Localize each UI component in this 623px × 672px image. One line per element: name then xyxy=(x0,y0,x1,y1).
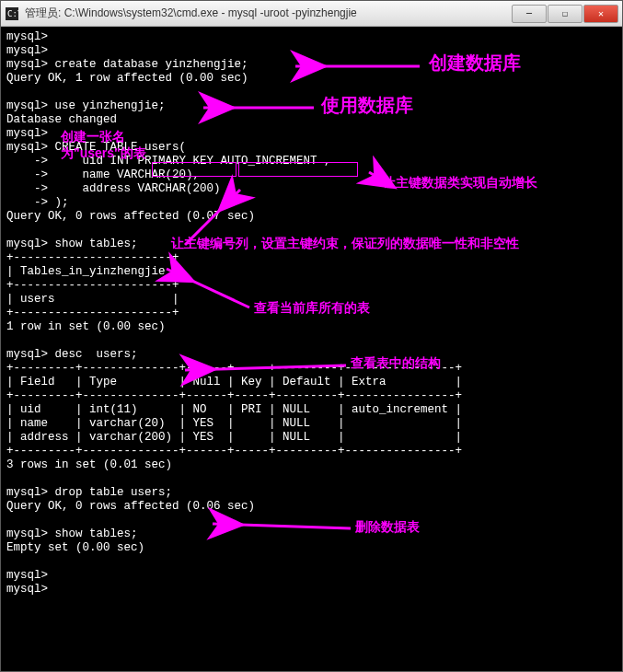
terminal-line: mysql> desc users; xyxy=(6,348,617,362)
terminal-line: 1 row in set (0.00 sec) xyxy=(6,320,617,334)
terminal-line: mysql> xyxy=(6,583,617,597)
terminal-line: +---------+--------------+------+-----+-… xyxy=(6,389,617,403)
terminal-line: mysql> CREATE TABLE users( xyxy=(6,141,617,155)
terminal-line xyxy=(6,472,617,486)
terminal-line: | Field | Type | Null | Key | Default | … xyxy=(6,376,617,389)
cmd-icon: C:\ xyxy=(5,6,19,21)
terminal-line: +-----------------------+ xyxy=(6,307,617,320)
terminal-line: -> address VARCHAR(200) xyxy=(6,182,617,196)
terminal-line: +---------+--------------+------+-----+-… xyxy=(6,445,617,458)
terminal-line: | name | varchar(20) | YES | | NULL | | xyxy=(6,417,617,431)
svg-text:C:\: C:\ xyxy=(7,9,18,18)
terminal-line xyxy=(6,86,617,99)
terminal-line xyxy=(6,555,617,569)
terminal-line: | users | xyxy=(6,293,617,307)
window-title: 管理员: C:\Windows\system32\cmd.exe - mysql… xyxy=(25,6,511,21)
terminal-line: -> uid INT PRIMARY KEY AUTO_INCREMENT , xyxy=(6,155,617,168)
terminal-line: -> ); xyxy=(6,196,617,210)
terminal-line: mysql> show tables; xyxy=(6,238,617,251)
terminal-line xyxy=(6,334,617,348)
terminal-line: mysql> xyxy=(6,44,617,58)
terminal-line: +-----------------------+ xyxy=(6,279,617,293)
terminal-line: mysql> create database yinzhengjie; xyxy=(6,58,617,72)
window-controls: — ☐ ✕ xyxy=(511,5,618,23)
terminal-line: -> name VARCHAR(20), xyxy=(6,168,617,182)
close-button[interactable]: ✕ xyxy=(583,5,618,23)
terminal-line: Query OK, 1 row affected (0.00 sec) xyxy=(6,72,617,86)
titlebar[interactable]: C:\ 管理员: C:\Windows\system32\cmd.exe - m… xyxy=(1,1,622,27)
terminal-line: mysql> xyxy=(6,30,617,44)
terminal-line: 3 rows in set (0.01 sec) xyxy=(6,458,617,472)
terminal-line: +---------+--------------+------+-----+-… xyxy=(6,362,617,376)
terminal-line: Query OK, 0 rows affected (0.07 sec) xyxy=(6,210,617,224)
terminal-line: +-----------------------+ xyxy=(6,251,617,265)
terminal-line: mysql> xyxy=(6,127,617,141)
terminal-line: mysql> show tables; xyxy=(6,527,617,541)
terminal-line: mysql> drop table users; xyxy=(6,486,617,500)
terminal-line: | Tables_in_yinzhengjie | xyxy=(6,265,617,279)
terminal-line: Empty set (0.00 sec) xyxy=(6,541,617,555)
terminal-line: mysql> use yinzhengjie; xyxy=(6,99,617,113)
terminal-line: Database changed xyxy=(6,113,617,127)
maximize-button[interactable]: ☐ xyxy=(548,5,583,23)
terminal-line: | uid | int(11) | NO | PRI | NULL | auto… xyxy=(6,403,617,417)
terminal-output[interactable]: mysql>mysql>mysql> create database yinzh… xyxy=(1,27,622,671)
terminal-line: mysql> xyxy=(6,569,617,583)
terminal-line: | address | varchar(200) | YES | | NULL … xyxy=(6,431,617,445)
terminal-line xyxy=(6,514,617,527)
cmd-window: C:\ 管理员: C:\Windows\system32\cmd.exe - m… xyxy=(0,0,623,672)
terminal-line: Query OK, 0 rows affected (0.06 sec) xyxy=(6,500,617,514)
minimize-button[interactable]: — xyxy=(512,5,547,23)
terminal-line xyxy=(6,224,617,238)
